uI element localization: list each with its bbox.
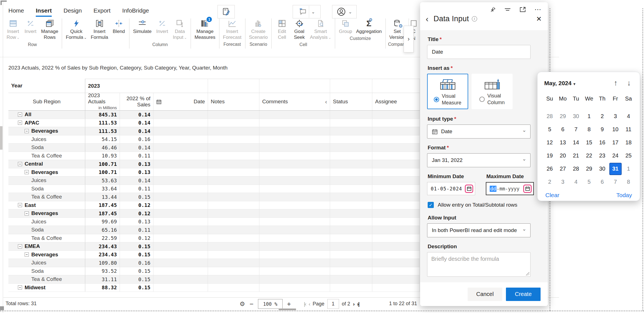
- tab-design[interactable]: Design: [63, 7, 82, 17]
- calendar-day[interactable]: 30: [596, 162, 609, 175]
- comments-cell[interactable]: [259, 176, 330, 185]
- visual-measure-option[interactable]: VisualMeasure: [427, 74, 468, 109]
- pct-value[interactable]: 0.14: [138, 145, 150, 150]
- actuals-value[interactable]: 33.64: [102, 186, 117, 192]
- pin-icon[interactable]: [490, 6, 496, 13]
- collapse-toggle-icon[interactable]: −: [25, 129, 29, 133]
- collapse-toggle-icon[interactable]: −: [18, 121, 22, 125]
- ribbon-button-blend[interactable]: Blend: [110, 18, 127, 41]
- vertical-scrollbar[interactable]: [0, 126, 3, 150]
- comments-cell[interactable]: [259, 119, 330, 127]
- status-cell[interactable]: [330, 168, 372, 176]
- assignee-cell[interactable]: [372, 176, 420, 185]
- comments-cell[interactable]: [259, 284, 330, 292]
- add-comment-split-button[interactable]: ⌄: [293, 5, 321, 18]
- table-row[interactable]: − Juices 99.69 0.13: [8, 218, 420, 226]
- actuals-value[interactable]: 234.43: [99, 243, 117, 249]
- notes-cell[interactable]: [208, 127, 259, 135]
- ribbon-button-insert-formula[interactable]: InsertFormula: [89, 18, 110, 41]
- pct-value[interactable]: 0.15: [138, 268, 150, 274]
- edit-note-button[interactable]: [217, 5, 235, 18]
- table-row[interactable]: − Tea & Coffee 31.11 0.15: [8, 275, 420, 284]
- next-month-arrow-icon[interactable]: ↓: [627, 79, 631, 87]
- comments-cell[interactable]: [259, 144, 330, 152]
- calendar-day[interactable]: 8: [583, 123, 596, 136]
- assignee-cell[interactable]: [372, 251, 420, 259]
- column-header-2022-pct[interactable]: 2022 % ofSales: [120, 93, 153, 110]
- table-row[interactable]: − Tea & Coffee 10.93 0.11: [8, 152, 420, 160]
- column-header-comments[interactable]: Comments‹: [259, 93, 330, 110]
- calendar-day[interactable]: 30: [569, 110, 583, 123]
- pct-value[interactable]: 0.12: [138, 202, 150, 208]
- maximum-date-input[interactable]: dd-mm-yyyy: [486, 182, 534, 195]
- date-cell[interactable]: [153, 218, 208, 226]
- column-header-assignee[interactable]: Assignee: [372, 93, 420, 110]
- date-cell[interactable]: [153, 127, 208, 135]
- last-page-button[interactable]: ›|: [357, 301, 359, 307]
- status-cell[interactable]: [330, 251, 372, 259]
- collapse-toggle-icon[interactable]: −: [18, 285, 22, 290]
- actuals-value[interactable]: 65.16: [102, 227, 117, 233]
- calendar-day[interactable]: 7: [569, 123, 583, 136]
- calendar-day[interactable]: 26: [543, 162, 556, 175]
- status-cell[interactable]: [330, 111, 372, 119]
- ribbon-button-smart-analysis[interactable]: SmartAnalysis⌄: [308, 18, 333, 41]
- notes-cell[interactable]: [208, 275, 259, 283]
- status-cell[interactable]: [330, 127, 372, 135]
- calendar-day[interactable]: 16: [596, 136, 609, 149]
- ribbon-button-manage-rows[interactable]: ManageRows: [39, 18, 60, 41]
- pct-value[interactable]: 0.12: [138, 211, 150, 216]
- more-options-icon[interactable]: ⋯: [534, 6, 542, 13]
- collapse-toggle-icon[interactable]: −: [18, 244, 22, 249]
- status-cell[interactable]: [330, 119, 372, 127]
- account-button[interactable]: ⌄: [332, 5, 357, 18]
- status-cell[interactable]: [330, 201, 372, 209]
- actuals-value[interactable]: 10.93: [102, 153, 117, 159]
- zoom-out-button[interactable]: −: [250, 300, 254, 308]
- assignee-cell[interactable]: [372, 242, 420, 250]
- calendar-day[interactable]: 11: [622, 123, 635, 136]
- notes-cell[interactable]: [208, 259, 259, 267]
- ribbon-button-quick-formula[interactable]: QuickFormula⌄: [64, 18, 89, 41]
- comments-cell[interactable]: [259, 127, 330, 135]
- notes-cell[interactable]: [208, 209, 259, 218]
- date-cell[interactable]: [153, 234, 208, 242]
- assignee-cell[interactable]: [372, 209, 420, 218]
- date-cell[interactable]: [153, 144, 208, 152]
- calendar-day[interactable]: 1: [622, 162, 635, 175]
- pct-value[interactable]: 0.12: [138, 235, 150, 241]
- calendar-day[interactable]: 17: [609, 136, 622, 149]
- table-row[interactable]: − Soda 33.64 0.11: [8, 185, 420, 193]
- notes-cell[interactable]: [208, 160, 259, 168]
- comments-cell[interactable]: [259, 111, 330, 119]
- visual-column-option[interactable]: VisualColumn: [472, 74, 513, 109]
- table-row[interactable]: − Juices 54.15 0.16: [8, 135, 420, 144]
- minimum-date-input[interactable]: 01-05-2024: [427, 182, 475, 195]
- allow-entry-checkbox-row[interactable]: ✓ Allow entry on Total/Subtotal rows: [428, 202, 531, 208]
- status-cell[interactable]: [330, 144, 372, 152]
- date-cell[interactable]: [153, 135, 208, 144]
- status-cell[interactable]: [330, 259, 372, 267]
- comments-cell[interactable]: [259, 251, 330, 259]
- status-cell[interactable]: [330, 185, 372, 193]
- date-cell[interactable]: [153, 242, 208, 250]
- calendar-day[interactable]: 27: [556, 162, 569, 175]
- actuals-value[interactable]: 88.32: [102, 285, 117, 290]
- ribbon-button-goal-seek[interactable]: GoalSeek: [291, 18, 308, 41]
- table-row[interactable]: − East 187.45 0.12: [8, 201, 420, 210]
- actuals-value[interactable]: 93.52: [102, 268, 117, 274]
- calendar-day[interactable]: 4: [569, 175, 583, 188]
- notes-cell[interactable]: [208, 193, 259, 201]
- notes-cell[interactable]: [208, 185, 259, 193]
- calendar-day[interactable]: 31: [609, 162, 622, 175]
- horizontal-scrollbar[interactable]: [279, 309, 296, 310]
- status-cell[interactable]: [330, 193, 372, 201]
- notes-cell[interactable]: [208, 111, 259, 119]
- ribbon-button-invert-column[interactable]: Invert: [153, 18, 171, 41]
- calendar-day[interactable]: 23: [596, 149, 609, 162]
- ribbon-button-aggregation[interactable]: Σ⚙ Aggregation: [354, 18, 384, 35]
- actuals-value[interactable]: 187.45: [99, 211, 117, 216]
- status-cell[interactable]: [330, 284, 372, 292]
- notes-cell[interactable]: [208, 152, 259, 160]
- assignee-cell[interactable]: [372, 226, 420, 234]
